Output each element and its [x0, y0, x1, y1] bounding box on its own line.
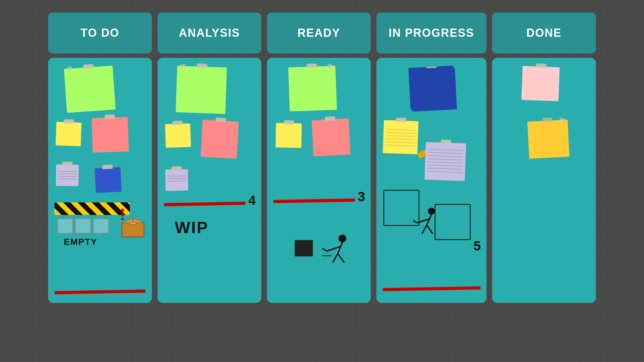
sticky-note[interactable] — [56, 164, 79, 186]
sticky-note[interactable] — [165, 169, 188, 191]
sticky-note[interactable] — [95, 167, 122, 193]
svg-line-15 — [427, 225, 432, 233]
wip-limit-line — [273, 199, 355, 203]
sticky-note[interactable] — [201, 120, 239, 159]
column-body-todo: ! EMPTY — [48, 58, 152, 303]
column-body-done — [492, 58, 596, 303]
sticky-note[interactable] — [165, 123, 191, 148]
sticky-note[interactable] — [383, 120, 419, 154]
sticky-note[interactable] — [408, 65, 457, 112]
column-inprogress: IN PROGRESS — [376, 13, 486, 303]
column-body-ready: 3 — [267, 58, 371, 303]
column-header-ready: READY — [267, 13, 371, 53]
column-header-analysis: ANALYSIS — [158, 13, 261, 53]
svg-line-5 — [338, 242, 342, 254]
svg-line-8 — [338, 254, 344, 262]
hazard-stripe — [54, 202, 130, 215]
svg-point-4 — [339, 235, 346, 242]
column-analysis: ANALYSIS 4 — [158, 13, 261, 303]
column-header-todo: TO DO — [48, 13, 152, 53]
sticky-note[interactable] — [425, 142, 466, 181]
wip-limit-line — [383, 286, 481, 291]
column-ready: READY 3 — [267, 13, 371, 303]
svg-line-16 — [422, 225, 427, 233]
wip-number: 3 — [358, 189, 365, 204]
stickman-icon — [408, 206, 442, 237]
wip-label: WIP — [175, 218, 208, 237]
wip-limit-line — [164, 202, 246, 206]
svg-rect-3 — [130, 222, 136, 224]
empty-label: EMPTY — [64, 237, 97, 247]
kanban-board: TO DO — [0, 0, 644, 362]
box-icon — [120, 215, 146, 239]
wip-number: 5 — [474, 239, 481, 254]
column-todo: TO DO — [48, 13, 152, 303]
svg-point-11 — [428, 208, 435, 215]
sticky-note[interactable] — [521, 66, 560, 101]
sticky-note[interactable] — [56, 122, 82, 146]
stickman-icon — [316, 232, 353, 267]
sticky-note[interactable] — [64, 66, 115, 113]
push-block — [295, 240, 313, 256]
sticky-note[interactable] — [275, 123, 302, 148]
empty-box-frame — [75, 218, 91, 234]
sticky-note[interactable] — [312, 118, 351, 156]
wip-limit-line — [54, 289, 146, 294]
sticky-note[interactable] — [288, 66, 337, 111]
column-done: DONE — [492, 13, 596, 303]
svg-rect-0 — [122, 223, 144, 237]
column-header-done: DONE — [492, 13, 596, 53]
column-body-inprogress: 5 — [376, 58, 486, 303]
column-header-inprogress: IN PROGRESS — [376, 13, 486, 53]
svg-line-7 — [323, 249, 327, 251]
wip-number: 4 — [248, 193, 256, 208]
sticky-note[interactable] — [175, 66, 227, 114]
sticky-note[interactable] — [92, 117, 129, 153]
sticky-note[interactable] — [527, 120, 569, 159]
empty-box-frame — [57, 218, 73, 234]
column-body-analysis: 4 WIP — [158, 58, 261, 303]
svg-line-14 — [414, 221, 417, 223]
svg-line-9 — [333, 254, 338, 262]
empty-box-frame — [93, 218, 109, 234]
